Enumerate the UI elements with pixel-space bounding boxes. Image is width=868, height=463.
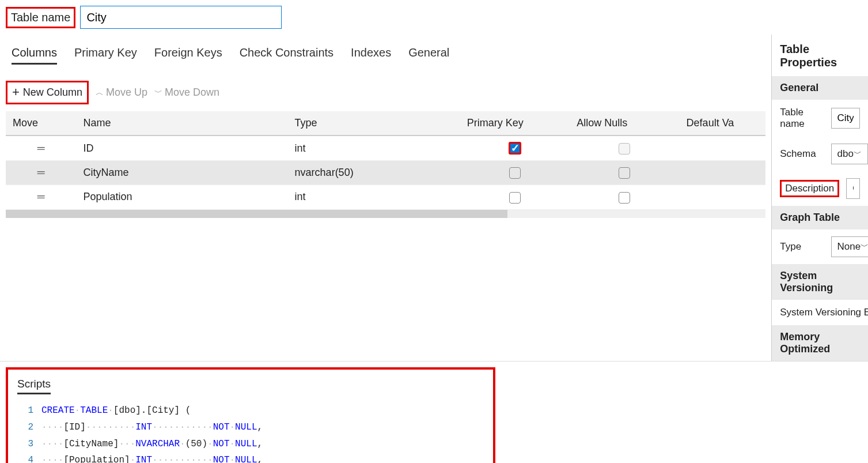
- pk-checkbox[interactable]: [509, 192, 521, 204]
- scripts-panel: Scripts 1CREATE·TABLE·[dbo].[City] ( 2··…: [6, 367, 495, 463]
- drag-handle-icon[interactable]: ═: [6, 161, 76, 185]
- pk-checkbox[interactable]: ✓: [509, 142, 521, 155]
- col-header-pk[interactable]: Primary Key: [460, 111, 570, 135]
- cell-default[interactable]: [680, 135, 766, 161]
- col-header-name[interactable]: Name: [76, 111, 287, 135]
- columns-grid: Move Name Type Primary Key Allow Nulls D…: [6, 111, 765, 210]
- cell-type[interactable]: int: [288, 185, 460, 209]
- col-header-nulls[interactable]: Allow Nulls: [570, 111, 679, 135]
- drag-handle-icon[interactable]: ═: [6, 135, 76, 161]
- properties-title: Table Properties: [780, 43, 868, 69]
- plus-icon: [12, 86, 20, 99]
- scripts-title: Scripts: [17, 378, 51, 394]
- prop-schema-select[interactable]: dbo ﹀: [831, 144, 868, 164]
- move-down-label: Move Down: [165, 86, 219, 99]
- tab-indexes[interactable]: Indexes: [351, 44, 391, 65]
- move-up-label: Move Up: [106, 86, 147, 99]
- chevron-up-icon: ︿: [96, 88, 104, 98]
- prop-schema-value: dbo: [837, 148, 854, 160]
- tab-columns[interactable]: Columns: [12, 44, 57, 65]
- script-body[interactable]: 1CREATE·TABLE·[dbo].[City] ( 2····[ID]··…: [17, 402, 484, 463]
- tab-check-constraints[interactable]: Check Constraints: [240, 44, 333, 65]
- nulls-checkbox: [619, 143, 630, 155]
- nulls-checkbox[interactable]: [619, 192, 630, 204]
- prop-graph-type-label: Type: [780, 241, 824, 253]
- table-name-input[interactable]: [80, 6, 282, 29]
- cell-name[interactable]: ID: [76, 135, 287, 161]
- tabs: Columns Primary Key Foreign Keys Check C…: [6, 44, 765, 65]
- col-header-default[interactable]: Default Va: [680, 111, 766, 135]
- tab-general[interactable]: General: [408, 44, 449, 65]
- properties-panel: Table Properties General Table name Sche…: [771, 35, 868, 361]
- section-general: General: [772, 76, 868, 100]
- tab-primary-key[interactable]: Primary Key: [74, 44, 137, 65]
- cell-type[interactable]: nvarchar(50): [288, 161, 460, 185]
- prop-versioning-label: System Versioning Enabled: [780, 307, 868, 318]
- nulls-checkbox[interactable]: [619, 167, 630, 179]
- cell-type[interactable]: int: [288, 135, 460, 161]
- prop-graph-type-value: None: [837, 241, 861, 253]
- cell-default[interactable]: [680, 185, 766, 209]
- prop-table-name-label: Table name: [780, 107, 824, 130]
- prop-description-input[interactable]: [846, 178, 860, 199]
- prop-table-name-input[interactable]: [831, 108, 860, 129]
- move-up-button[interactable]: ︿ Move Up: [96, 86, 147, 99]
- section-system-versioning: System Versioning: [772, 264, 868, 300]
- cell-default[interactable]: [680, 161, 766, 185]
- chevron-down-icon: ﹀: [861, 242, 868, 252]
- chevron-down-icon: ﹀: [154, 88, 162, 98]
- table-row[interactable]: ═ Population int: [6, 185, 765, 209]
- col-header-move[interactable]: Move: [6, 111, 76, 135]
- table-name-label: Table name: [6, 7, 75, 28]
- table-row[interactable]: ═ ID int ✓: [6, 135, 765, 161]
- table-row[interactable]: ═ CityName nvarchar(50): [6, 161, 765, 185]
- grid-horizontal-scrollbar[interactable]: [6, 210, 765, 218]
- pk-checkbox[interactable]: [509, 167, 521, 179]
- new-column-label: New Column: [23, 86, 82, 99]
- cell-name[interactable]: Population: [76, 185, 287, 209]
- section-graph-table: Graph Table: [772, 206, 868, 229]
- drag-handle-icon[interactable]: ═: [6, 185, 76, 209]
- chevron-down-icon: ﹀: [854, 149, 862, 159]
- cell-name[interactable]: CityName: [76, 161, 287, 185]
- new-column-button[interactable]: New Column: [6, 81, 89, 104]
- col-header-type[interactable]: Type: [288, 111, 460, 135]
- move-down-button[interactable]: ﹀ Move Down: [154, 86, 219, 99]
- prop-graph-type-select[interactable]: None ﹀: [831, 236, 868, 257]
- prop-description-label: Description: [780, 180, 839, 197]
- prop-schema-label: Schema: [780, 148, 824, 160]
- section-memory-optimized: Memory Optimized: [772, 325, 868, 361]
- tab-foreign-keys[interactable]: Foreign Keys: [154, 44, 222, 65]
